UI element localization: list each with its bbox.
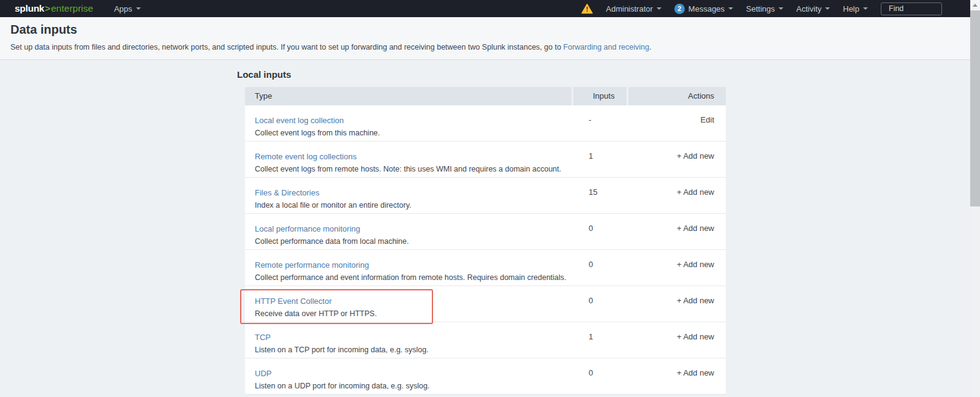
row-actions-cell: + Add new	[628, 358, 726, 394]
logo-brand: splunk	[15, 3, 44, 14]
input-type-link[interactable]: UDP	[255, 369, 271, 378]
input-type-link[interactable]: Local performance monitoring	[255, 224, 360, 233]
input-type-link[interactable]: Remote performance monitoring	[255, 260, 369, 270]
input-type-description: Receive data over HTTP or HTTPS.	[255, 309, 573, 318]
row-action-link[interactable]: Edit	[701, 115, 714, 124]
row-type-cell: Files & Directories Index a local file o…	[245, 178, 573, 213]
table-row: Remote performance monitoring Collect pe…	[245, 250, 726, 286]
topbar-right: ! Administrator 2 Messages Settings Acti…	[581, 2, 942, 15]
input-type-description: Index a local file or monitor an entire …	[255, 201, 573, 210]
table-row: Remote event log collections Collect eve…	[245, 142, 726, 178]
row-actions-cell: + Add new	[628, 178, 726, 213]
logo-gt-icon: >	[45, 3, 50, 14]
row-actions-cell: + Add new	[628, 214, 726, 249]
table-row: HTTP Event Collector Receive data over H…	[245, 286, 726, 322]
user-menu-administrator[interactable]: Administrator	[606, 4, 662, 13]
scrollbar-thumb[interactable]	[970, 10, 980, 206]
row-actions-cell: + Add new	[628, 322, 726, 358]
table-row: Local performance monitoring Collect per…	[245, 214, 726, 250]
messages-menu-label: Messages	[688, 4, 725, 13]
input-type-description: Collect performance data from local mach…	[255, 237, 573, 246]
table-row: TCP Listen on a TCP port for incoming da…	[245, 322, 726, 358]
column-header-inputs: Inputs	[573, 87, 627, 105]
row-type-cell: UDP Listen on a UDP port for incoming da…	[245, 358, 573, 394]
section-heading: Local inputs	[237, 69, 726, 80]
scrollbar-up-button[interactable]	[970, 0, 980, 10]
inputs-table: Type Inputs Actions Local event log coll…	[245, 87, 726, 395]
input-type-link[interactable]: Files & Directories	[255, 188, 319, 197]
input-type-link[interactable]: Local event log collection	[255, 116, 344, 125]
input-type-link[interactable]: TCP	[255, 333, 271, 342]
messages-menu[interactable]: 2 Messages	[674, 4, 733, 14]
input-type-link[interactable]: HTTP Event Collector	[255, 297, 331, 306]
warning-icon[interactable]: !	[581, 4, 593, 14]
row-type-cell: Remote performance monitoring Collect pe…	[245, 250, 573, 285]
row-action-link[interactable]: + Add new	[677, 187, 714, 197]
messages-count-badge: 2	[674, 4, 685, 14]
row-inputs-count: 1	[573, 142, 628, 177]
splunk-logo[interactable]: splunk > enterprise	[15, 3, 93, 14]
apps-menu-label: Apps	[114, 4, 132, 13]
row-action-link[interactable]: + Add new	[677, 224, 714, 233]
row-type-cell: Local event log collection Collect event…	[245, 105, 573, 141]
row-inputs-count: 1	[573, 322, 628, 358]
forwarding-receiving-link[interactable]: Forwarding and receiving	[564, 43, 649, 51]
row-actions-cell: Edit	[628, 105, 726, 141]
input-type-description: Collect event logs from remote hosts. No…	[255, 165, 573, 173]
scroll-up-icon	[973, 4, 978, 7]
caret-down-icon	[657, 7, 662, 10]
row-inputs-count: 15	[573, 178, 628, 213]
local-inputs-section: Local inputs Type Inputs Actions Local e…	[237, 69, 726, 395]
activity-menu[interactable]: Activity	[796, 4, 830, 13]
row-actions-cell: + Add new	[628, 286, 726, 322]
row-action-link[interactable]: + Add new	[677, 332, 714, 341]
topbar: splunk > enterprise Apps ! Administrator…	[0, 0, 970, 17]
page-subtitle-text: Set up data inputs from files and direct…	[10, 43, 564, 51]
row-inputs-count: 0	[573, 358, 628, 394]
caret-down-icon	[778, 7, 783, 10]
inputs-table-body: Local event log collection Collect event…	[245, 105, 726, 395]
page-title: Data inputs	[10, 23, 77, 37]
content-area: Local inputs Type Inputs Actions Local e…	[0, 61, 970, 397]
user-menu-label: Administrator	[606, 4, 653, 13]
caret-down-icon	[136, 7, 141, 10]
caret-down-icon	[863, 7, 868, 10]
svg-text:!: !	[586, 6, 588, 13]
page-subtitle-period: .	[649, 43, 651, 51]
row-action-link[interactable]: + Add new	[677, 296, 714, 305]
settings-menu-label: Settings	[746, 4, 775, 13]
help-menu-label: Help	[843, 4, 859, 13]
input-type-description: Collect event logs from this machine.	[255, 129, 573, 137]
caret-down-icon	[728, 7, 733, 10]
activity-menu-label: Activity	[796, 4, 821, 13]
row-type-cell: Local performance monitoring Collect per…	[245, 214, 573, 249]
settings-menu[interactable]: Settings	[746, 4, 783, 13]
apps-menu[interactable]: Apps	[114, 4, 141, 13]
help-menu[interactable]: Help	[843, 4, 868, 13]
row-action-link[interactable]: + Add new	[677, 151, 714, 161]
row-inputs-count: 0	[573, 214, 628, 249]
row-actions-cell: + Add new	[628, 250, 726, 285]
row-actions-cell: + Add new	[628, 142, 726, 177]
input-type-description: Listen on a UDP port for incoming data, …	[255, 382, 573, 390]
vertical-scrollbar	[970, 0, 980, 397]
row-inputs-count: 0	[573, 286, 628, 322]
inputs-table-header: Type Inputs Actions	[245, 87, 726, 105]
logo-product: enterprise	[51, 3, 93, 14]
page-header: Data inputs Set up data inputs from file…	[0, 17, 970, 60]
row-type-cell: HTTP Event Collector Receive data over H…	[245, 286, 573, 322]
input-type-link[interactable]: Remote event log collections	[255, 152, 356, 161]
row-inputs-count: -	[573, 105, 628, 141]
find-search-input[interactable]	[881, 2, 942, 15]
table-row: Files & Directories Index a local file o…	[245, 178, 726, 214]
caret-down-icon	[825, 7, 830, 10]
row-inputs-count: 0	[573, 250, 628, 285]
input-type-description: Listen on a TCP port for incoming data, …	[255, 346, 573, 354]
row-type-cell: TCP Listen on a TCP port for incoming da…	[245, 322, 573, 358]
page-subtitle: Set up data inputs from files and direct…	[10, 43, 651, 51]
column-header-actions: Actions	[628, 87, 726, 105]
row-action-link[interactable]: + Add new	[677, 260, 714, 269]
table-row: UDP Listen on a UDP port for incoming da…	[245, 358, 726, 395]
row-type-cell: Remote event log collections Collect eve…	[245, 142, 573, 177]
row-action-link[interactable]: + Add new	[677, 368, 714, 377]
